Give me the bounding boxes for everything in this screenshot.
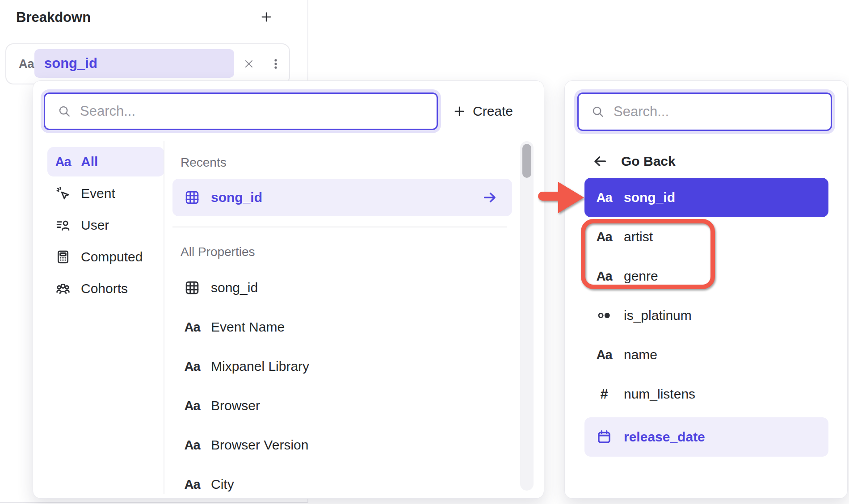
- category-tabs: AaAllEventUserComputedCohorts: [47, 147, 164, 303]
- grid-icon: [183, 189, 201, 206]
- sub-property-row-name[interactable]: Aaname: [584, 335, 828, 374]
- search-input[interactable]: [613, 103, 831, 120]
- search-icon: [591, 105, 605, 118]
- property-picker-popover: Create AaAllEventUserComputedCohorts Rec…: [33, 80, 544, 499]
- close-icon[interactable]: [237, 44, 261, 84]
- plus-icon: [453, 105, 466, 118]
- sub-property-label: name: [624, 347, 657, 362]
- section-heading: All Properties: [181, 244, 512, 260]
- property-row-browser-version[interactable]: AaBrowser Version: [172, 425, 512, 465]
- tab-label: Computed: [81, 249, 143, 265]
- tab-label: Cohorts: [81, 281, 128, 296]
- sub-property-label: song_id: [624, 190, 675, 205]
- breakdown-chip[interactable]: Aa song_id: [5, 43, 290, 84]
- sub-property-row-is-platinum[interactable]: is_platinum: [584, 296, 828, 335]
- create-button[interactable]: Create: [453, 92, 513, 130]
- go-back-label: Go Back: [621, 154, 676, 169]
- boolean-icon: [595, 308, 613, 323]
- text-type-icon: Aa: [183, 477, 201, 492]
- sub-property-label: num_listens: [624, 386, 695, 402]
- sub-property-row-artist[interactable]: Aaartist: [584, 217, 828, 256]
- calculator-icon: [53, 249, 73, 265]
- number-type-icon: #: [595, 386, 613, 402]
- scrollbar[interactable]: [520, 141, 534, 491]
- cohorts-icon: [53, 281, 73, 296]
- text-type-icon: Aa: [183, 399, 201, 413]
- calendar-icon: [595, 429, 613, 445]
- property-row-song-id[interactable]: song_id: [172, 268, 512, 307]
- sub-property-label: genre: [624, 269, 658, 284]
- search-input-wrapper: [44, 92, 438, 130]
- screen: Breakdown Aa song_id Create AaAllEventUs…: [0, 0, 849, 504]
- tab-label: All: [81, 154, 98, 169]
- property-label: song_id: [211, 190, 262, 205]
- property-list: Recentssong_idAll Propertiessong_idAaEve…: [172, 149, 512, 499]
- tab-label: Event: [81, 186, 115, 201]
- grid-icon: [183, 280, 201, 296]
- tab-computed[interactable]: Computed: [47, 242, 164, 272]
- column-divider: [164, 141, 164, 494]
- add-breakdown-button[interactable]: [256, 7, 277, 29]
- chip-value[interactable]: song_id: [34, 49, 234, 78]
- property-row-mixpanel-library[interactable]: AaMixpanel Library: [172, 347, 512, 386]
- property-row-browser[interactable]: AaBrowser: [172, 386, 512, 425]
- tab-all[interactable]: AaAll: [47, 147, 164, 176]
- arrow-left-icon: [593, 154, 608, 169]
- sub-property-row-song-id[interactable]: Aasong_id: [584, 178, 828, 217]
- property-label: Event Name: [211, 319, 285, 335]
- property-label: song_id: [211, 280, 258, 295]
- tab-cohorts[interactable]: Cohorts: [47, 274, 164, 303]
- text-type-icon: Aa: [183, 359, 201, 374]
- sub-property-label: artist: [624, 229, 653, 244]
- sub-property-label: release_date: [624, 429, 705, 445]
- tab-user[interactable]: User: [47, 210, 164, 240]
- search-icon: [58, 105, 71, 118]
- create-label: Create: [473, 104, 513, 119]
- text-type-icon: Aa: [53, 155, 73, 169]
- user-list-icon: [53, 218, 73, 233]
- text-type-icon: Aa: [19, 44, 34, 84]
- text-type-icon: Aa: [595, 348, 613, 362]
- text-type-icon: Aa: [183, 320, 201, 335]
- tab-label: User: [81, 218, 109, 233]
- property-row-song-id[interactable]: song_id: [172, 179, 512, 216]
- kebab-menu-icon[interactable]: [265, 44, 287, 84]
- arrow-right-icon: [481, 190, 499, 205]
- property-label: Browser: [211, 398, 260, 413]
- property-label: Browser Version: [211, 437, 308, 453]
- text-type-icon: Aa: [595, 190, 613, 205]
- plus-icon: [260, 11, 273, 25]
- text-type-icon: Aa: [595, 230, 613, 244]
- sub-property-row-num-listens[interactable]: #num_listens: [584, 374, 828, 414]
- property-label: Mixpanel Library: [211, 359, 309, 374]
- property-row-city[interactable]: AaCity: [172, 465, 512, 499]
- scrollbar-thumb[interactable]: [522, 144, 531, 178]
- breakdown-title: Breakdown: [16, 9, 91, 25]
- event-properties-popover: Go Back Aasong_idAaartistAagenreis_plati…: [564, 80, 848, 499]
- text-type-icon: Aa: [595, 269, 613, 284]
- search-input[interactable]: [79, 103, 437, 120]
- property-row-event-name[interactable]: AaEvent Name: [172, 307, 512, 347]
- sub-property-list: Aasong_idAaartistAagenreis_platinumAanam…: [584, 178, 828, 457]
- sub-property-label: is_platinum: [624, 308, 692, 323]
- text-type-icon: Aa: [183, 438, 201, 453]
- sub-property-row-genre[interactable]: Aagenre: [584, 256, 828, 296]
- property-label: City: [211, 477, 234, 492]
- sub-property-row-release-date[interactable]: release_date: [584, 417, 828, 457]
- tab-event[interactable]: Event: [47, 179, 164, 208]
- search-input-wrapper: [577, 92, 832, 131]
- section-divider: [172, 227, 507, 227]
- go-back-button[interactable]: Go Back: [593, 148, 676, 175]
- section-heading: Recents: [181, 155, 512, 170]
- cursor-click-icon: [53, 186, 73, 201]
